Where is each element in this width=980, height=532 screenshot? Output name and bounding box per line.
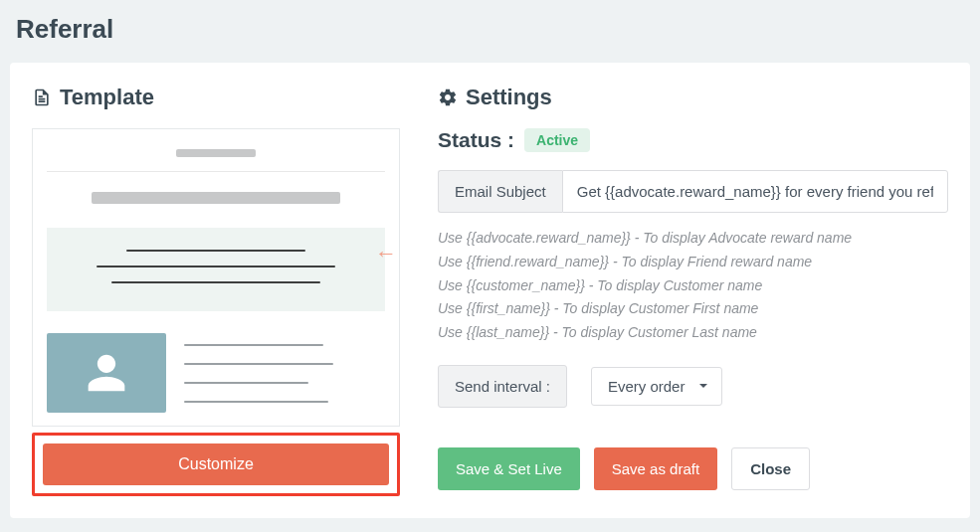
document-icon bbox=[32, 88, 52, 107]
hint-text: Use {{customer_name}} - To display Custo… bbox=[438, 274, 948, 298]
avatar-card bbox=[47, 333, 166, 413]
template-heading: Template bbox=[32, 85, 400, 110]
preview-placeholder bbox=[176, 149, 256, 157]
save-draft-button[interactable]: Save as draft bbox=[594, 447, 717, 490]
settings-heading: Settings bbox=[438, 85, 948, 110]
preview-placeholder bbox=[184, 344, 323, 346]
status-label: Status : bbox=[438, 128, 514, 152]
status-row: Status : Active bbox=[438, 128, 948, 152]
send-interval-label: Send interval : bbox=[438, 365, 567, 408]
settings-column: Settings Status : Active Email Subject U… bbox=[438, 85, 948, 496]
hint-text: Use {{first_name}} - To display Customer… bbox=[438, 297, 948, 321]
settings-heading-text: Settings bbox=[466, 85, 552, 110]
arrow-left-icon: ← bbox=[375, 243, 397, 265]
hint-text: Use {{friend.reward_name}} - To display … bbox=[438, 251, 948, 274]
template-column: Template ← bbox=[32, 85, 400, 496]
gear-icon bbox=[438, 88, 458, 107]
preview-placeholder bbox=[184, 363, 333, 365]
email-subject-label: Email Subject bbox=[438, 170, 562, 213]
preview-placeholder bbox=[126, 250, 305, 252]
preview-placeholder bbox=[92, 192, 340, 204]
close-button[interactable]: Close bbox=[731, 447, 810, 490]
preview-placeholder bbox=[184, 382, 308, 384]
main-card: Template ← bbox=[10, 63, 970, 518]
page-title: Referral bbox=[0, 0, 980, 63]
preview-placeholder bbox=[47, 171, 385, 172]
hints-block: Use {{advocate.reward_name}} - To displa… bbox=[438, 227, 948, 345]
customize-highlight: Customize bbox=[32, 433, 400, 496]
preview-list bbox=[184, 333, 385, 413]
template-preview: ← bbox=[32, 128, 400, 427]
hint-text: Use {{last_name}} - To display Customer … bbox=[438, 321, 948, 345]
status-badge: Active bbox=[524, 128, 590, 152]
preview-placeholder bbox=[97, 266, 335, 267]
save-set-live-button[interactable]: Save & Set Live bbox=[438, 447, 580, 490]
email-subject-group: Email Subject bbox=[438, 170, 948, 213]
preview-placeholder bbox=[111, 281, 320, 283]
hint-text: Use {{advocate.reward_name}} - To displa… bbox=[438, 227, 948, 251]
preview-body-box bbox=[47, 228, 385, 311]
send-interval-select[interactable]: Every order bbox=[591, 367, 722, 406]
person-icon bbox=[85, 351, 128, 395]
preview-placeholder bbox=[184, 401, 328, 403]
template-heading-text: Template bbox=[60, 85, 154, 110]
send-interval-row: Send interval : Every order bbox=[438, 365, 948, 408]
action-buttons: Save & Set Live Save as draft Close bbox=[438, 447, 948, 490]
customize-button[interactable]: Customize bbox=[43, 443, 389, 485]
email-subject-input[interactable] bbox=[562, 170, 948, 213]
preview-bottom-row bbox=[47, 333, 385, 413]
